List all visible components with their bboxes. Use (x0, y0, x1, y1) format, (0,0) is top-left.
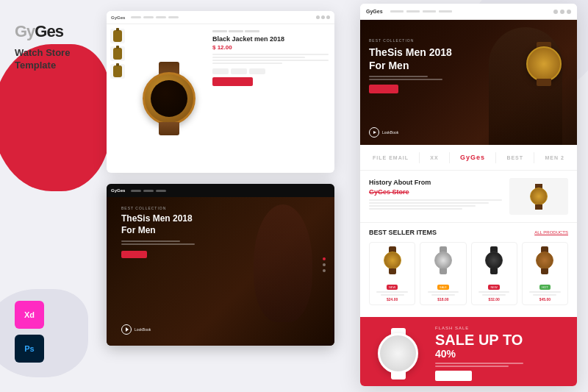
hero-collection-tag: BEST COLLECTION (121, 206, 195, 210)
right-hero-content: BEST COLLECTION TheSis Men 2018 For Men (369, 38, 452, 93)
watch-4-badge: HOT (539, 285, 550, 290)
product-nav-links (131, 16, 179, 18)
watch-3-name (475, 291, 514, 296)
flash-sale-section: FLASH SALE SALE UP TO 40% (360, 317, 577, 386)
product-nav-icons (316, 15, 330, 19)
bestseller-header: BEST SELLER ITEMS ALL PRODUCTS (369, 229, 568, 236)
product-body: Black Jacket men 2018 $ 12.00 (107, 24, 334, 173)
right-hero-desc (369, 76, 452, 80)
right-play-icon (373, 131, 376, 134)
adobe-xd-icon: Xd (15, 301, 44, 329)
dot-2[interactable] (323, 263, 326, 266)
watch-card-2[interactable]: SALE $18.00 (420, 242, 466, 305)
bestseller-section: BEST SELLER ITEMS ALL PRODUCTS NEW (360, 223, 577, 311)
watch-large (136, 62, 202, 135)
watch-4-name (526, 291, 564, 296)
product-thumbnails (107, 24, 129, 173)
thumb-1[interactable] (110, 29, 125, 43)
hero-subtitle-text (121, 240, 195, 245)
option-qty[interactable] (212, 68, 229, 74)
product-nav-logo: GyGes (111, 15, 125, 20)
brand-logo-part2: Ges (35, 22, 63, 40)
watch-2-badge: SALE (437, 285, 449, 290)
history-title: History About From GyGes Store (369, 178, 502, 196)
right-nav-logo: GyGes (366, 9, 383, 14)
flash-percent: 40% (435, 348, 568, 360)
thumb-3[interactable] (110, 64, 125, 79)
nav-link-2 (143, 16, 154, 18)
watch-grid: NEW $24.00 SALE (369, 242, 568, 305)
watch-1-name (373, 291, 412, 296)
hero-title: TheSis Men 2018 For Men (121, 213, 195, 236)
tool-icons: Xd Ps (15, 301, 44, 363)
watch-3-price: $32.00 (475, 297, 514, 302)
right-lookbook-label: LookBook (382, 130, 398, 135)
right-play-button[interactable] (369, 127, 379, 138)
view-all-link[interactable]: ALL PRODUCTS (534, 230, 568, 235)
watch-card-1[interactable]: NEW $24.00 (369, 242, 415, 305)
product-price: $ 12.00 (212, 44, 329, 51)
brand-logo: GyGes (15, 22, 70, 41)
right-hero-cta-button[interactable] (369, 85, 398, 93)
right-hero-lookbook: LookBook (369, 127, 398, 138)
hero-lookbook: LookBook (121, 324, 151, 335)
brand-1: FILE EMAIL (373, 155, 409, 160)
right-nav-icons (553, 10, 571, 14)
flash-title: SALE UP TO (435, 332, 568, 348)
add-to-cart-button[interactable] (212, 77, 253, 86)
hero-cta-button[interactable] (121, 251, 147, 258)
product-mockup: GyGes (107, 11, 334, 173)
hero-content: BEST COLLECTION TheSis Men 2018 For Men (121, 206, 195, 258)
hero-slide-dots (323, 257, 326, 272)
right-hero-tag: BEST COLLECTION (369, 38, 452, 43)
watch-card-4[interactable]: HOT $45.00 (522, 242, 568, 305)
nav-search-icon (316, 15, 320, 19)
watch-3-badge: NEW (488, 285, 499, 290)
hero-watch-image (518, 42, 570, 86)
right-nav-cart[interactable] (567, 10, 571, 14)
bg-blob-bottom-left (0, 289, 88, 377)
dot-3[interactable] (323, 269, 326, 272)
product-nav: GyGes (107, 11, 334, 24)
brand-5: MEN 2 (545, 155, 564, 160)
right-nav-links (390, 10, 452, 13)
history-subtitle-strikethrough: GyGes Store (369, 188, 502, 197)
watch-1-price: $24.00 (373, 297, 412, 302)
watch-card-3[interactable]: NEW $32.00 (471, 242, 517, 305)
watch-4-image (526, 246, 564, 275)
watch-1-image (373, 246, 412, 275)
product-details: Black Jacket men 2018 $ 12.00 (209, 24, 334, 173)
product-title: Black Jacket men 2018 (212, 35, 329, 43)
product-options (212, 68, 329, 74)
nav-link-1 (131, 16, 141, 18)
right-nav-user[interactable] (560, 10, 564, 14)
watch-2-name (423, 291, 462, 296)
brand-area: GyGes Watch Store Template (15, 22, 70, 72)
bestseller-title: BEST SELLER ITEMS (369, 229, 437, 236)
option-color[interactable] (249, 68, 265, 74)
watch-2-price: $18.00 (423, 297, 462, 302)
watch-3-image (475, 246, 514, 275)
watch-4-price: $45.00 (526, 297, 564, 302)
brand-2: XX (430, 155, 438, 160)
brand-subtitle: Watch Store Template (15, 47, 70, 72)
play-button[interactable] (121, 324, 132, 335)
right-nav: GyGes (360, 4, 577, 20)
dot-1[interactable] (323, 257, 326, 260)
option-size[interactable] (231, 68, 247, 74)
thumb-2[interactable] (110, 46, 125, 61)
flash-cta-button[interactable] (435, 371, 472, 381)
watch-face (143, 72, 196, 125)
right-mockup: GyGes BEST COLLECTION TheSis Men 2018 Fo… (360, 4, 577, 386)
right-nav-search[interactable] (553, 10, 558, 14)
history-text: History About From GyGes Store (369, 178, 502, 215)
watch-1-badge: NEW (387, 285, 398, 290)
adobe-ps-icon: Ps (15, 335, 44, 363)
brand-logo-part1: Gy (15, 22, 35, 40)
breadcrumb-small (212, 30, 329, 32)
watch-strap-bottom (159, 122, 179, 135)
nav-cart-icon (326, 15, 330, 19)
history-image (509, 178, 568, 215)
flash-watch-image (369, 328, 428, 379)
hero-nav-logo: GyGes (111, 188, 125, 193)
